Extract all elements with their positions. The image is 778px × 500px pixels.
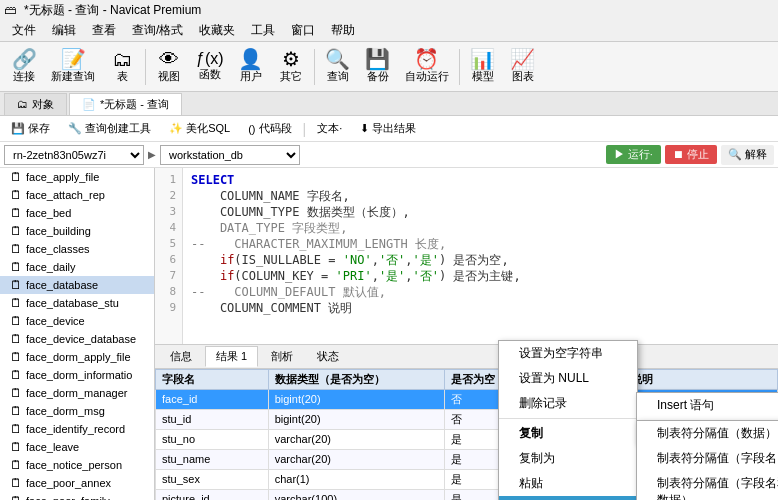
- cell-type: bigint(20): [268, 389, 445, 409]
- backup-button[interactable]: 💾 备份: [358, 45, 398, 89]
- sidebar-item-label: face_building: [26, 225, 91, 237]
- sidebar-item-face-notice-person[interactable]: 🗒 face_notice_person: [0, 456, 154, 474]
- sidebar-item-label: face_device_database: [26, 333, 136, 345]
- conn-arrow-icon: ▶: [148, 149, 156, 160]
- autorun-button[interactable]: ⏰ 自动运行: [398, 45, 456, 89]
- line-numbers: 1 2 3 4 5 6 7 8 9: [155, 168, 183, 344]
- sidebar-item-face-classes[interactable]: 🗒 face_classes: [0, 240, 154, 258]
- connect-button[interactable]: 🔗 连接: [4, 45, 44, 89]
- table-row-icon: 🗒: [10, 188, 22, 202]
- sidebar-item-face-poor-family[interactable]: 🗒 face_poor_family: [0, 492, 154, 500]
- sidebar-item-face-dorm-apply-file[interactable]: 🗒 face_dorm_apply_file: [0, 348, 154, 366]
- sidebar-item-face-bed[interactable]: 🗒 face_bed: [0, 204, 154, 222]
- sidebar-item-face-dorm-informatio[interactable]: 🗒 face_dorm_informatio: [0, 366, 154, 384]
- table-row-icon: 🗒: [10, 224, 22, 238]
- tab-status[interactable]: 状态: [306, 346, 350, 367]
- table-icon: 🗂: [112, 49, 132, 69]
- menu-help[interactable]: 帮助: [323, 20, 363, 41]
- query-builder-icon: 🔧: [68, 122, 82, 135]
- user-button[interactable]: 👤 用户: [231, 45, 271, 89]
- view-button[interactable]: 👁 视图: [149, 45, 189, 89]
- query-button[interactable]: 🔍 查询: [318, 45, 358, 89]
- new-query-button[interactable]: 📝 新建查询: [44, 45, 102, 89]
- menubar: 文件 编辑 查看 查询/格式 收藏夹 工具 窗口 帮助: [0, 20, 778, 42]
- new-query-icon: 📝: [61, 49, 86, 69]
- code-line-1: SELECT: [191, 172, 770, 188]
- col-type: 数据类型（是否为空）: [268, 369, 445, 389]
- cell-type: varchar(20): [268, 429, 445, 449]
- sidebar-item-face-device[interactable]: 🗒 face_device: [0, 312, 154, 330]
- tab-objects-icon: 🗂: [17, 98, 28, 110]
- tab-profile[interactable]: 剖析: [260, 346, 304, 367]
- tab-result1[interactable]: 结果 1: [205, 346, 258, 367]
- ctx-copy-as[interactable]: 复制为: [499, 446, 637, 471]
- sidebar-item-label: face_notice_person: [26, 459, 122, 471]
- sidebar-item-label: face_database_stu: [26, 297, 119, 309]
- table-button[interactable]: 🗂 表: [102, 45, 142, 89]
- autorun-icon: ⏰: [414, 49, 439, 69]
- sidebar-item-face-identify-record[interactable]: 🗒 face_identify_record: [0, 420, 154, 438]
- cell-type: char(1): [268, 469, 445, 489]
- other-button[interactable]: ⚙ 其它: [271, 45, 311, 89]
- sidebar-item-face-apply-file[interactable]: 🗒 face_apply_file: [0, 168, 154, 186]
- function-button[interactable]: ƒ(x) 函数: [189, 45, 231, 89]
- save-button[interactable]: 💾 保存: [4, 119, 57, 139]
- code-snippet-label: 代码段: [259, 121, 292, 136]
- sql-editor[interactable]: 1 2 3 4 5 6 7 8 9 SELECT COLUMN_NAME 字段名…: [155, 168, 778, 345]
- submenu-insert[interactable]: Insert 语句: [637, 393, 778, 418]
- sidebar-item-face-database-stu[interactable]: 🗒 face_database_stu: [0, 294, 154, 312]
- run-button[interactable]: ▶ 运行·: [606, 145, 661, 164]
- database-select[interactable]: workstation_db: [160, 145, 300, 165]
- table-row-icon: 🗒: [10, 350, 22, 364]
- sidebar-item-face-leave[interactable]: 🗒 face_leave: [0, 438, 154, 456]
- stop-button[interactable]: ⏹ 停止: [665, 145, 717, 164]
- tab-objects[interactable]: 🗂 对象: [4, 93, 67, 115]
- query-label: 查询: [327, 69, 349, 84]
- sidebar-item-face-dorm-msg[interactable]: 🗒 face_dorm_msg: [0, 402, 154, 420]
- submenu-tab-sep-both[interactable]: 制表符分隔值（字段名和数据）: [637, 471, 778, 500]
- text-button[interactable]: 文本·: [310, 119, 349, 139]
- submenu-tab-sep-data[interactable]: 制表符分隔值（数据）: [637, 421, 778, 446]
- menu-favorites[interactable]: 收藏夹: [191, 20, 243, 41]
- menu-file[interactable]: 文件: [4, 20, 44, 41]
- submenu-tab-sep-field[interactable]: 制表符分隔值（字段名）: [637, 446, 778, 471]
- text-label: 文本·: [317, 121, 342, 136]
- sidebar-item-face-device-database[interactable]: 🗒 face_device_database: [0, 330, 154, 348]
- sidebar-item-face-database[interactable]: 🗒 face_database: [0, 276, 154, 294]
- menu-query[interactable]: 查询/格式: [124, 20, 191, 41]
- ctx-set-null[interactable]: 设置为 NULL: [499, 366, 637, 391]
- sidebar-item-face-dorm-manager[interactable]: 🗒 face_dorm_manager: [0, 384, 154, 402]
- beautify-button[interactable]: ✨ 美化SQL: [162, 119, 237, 139]
- explain-button[interactable]: 🔍 解释: [721, 145, 774, 165]
- export-button[interactable]: ⬇ 导出结果: [353, 119, 423, 139]
- table-label: 表: [117, 69, 128, 84]
- code-line-3: COLUMN_TYPE 数据类型（长度）,: [191, 204, 770, 220]
- menu-edit[interactable]: 编辑: [44, 20, 84, 41]
- menu-view[interactable]: 查看: [84, 20, 124, 41]
- ctx-copy[interactable]: 复制: [499, 421, 637, 446]
- model-button[interactable]: 📊 模型: [463, 45, 503, 89]
- ctx-delete-record[interactable]: 删除记录: [499, 391, 637, 416]
- connection-select[interactable]: rn-2zetn83n05wz7i: [4, 145, 144, 165]
- cell-field: face_id: [156, 389, 269, 409]
- chart-label: 图表: [512, 69, 534, 84]
- sidebar-item-face-attach-rep[interactable]: 🗒 face_attach_rep: [0, 186, 154, 204]
- code-content[interactable]: SELECT COLUMN_NAME 字段名, COLUMN_TYPE 数据类型…: [183, 168, 778, 344]
- ctx-sep-1: [499, 418, 637, 419]
- ctx-show[interactable]: 显示 ▶: [499, 496, 637, 500]
- code-line-8: -- COLUMN_DEFAULT 默认值,: [191, 284, 770, 300]
- ctx-paste[interactable]: 粘贴: [499, 471, 637, 496]
- menu-window[interactable]: 窗口: [283, 20, 323, 41]
- ctx-set-empty-string[interactable]: 设置为空字符串: [499, 341, 637, 366]
- code-snippet-button[interactable]: () 代码段: [241, 119, 298, 139]
- sidebar-item-face-building[interactable]: 🗒 face_building: [0, 222, 154, 240]
- sidebar-item-face-poor-annex[interactable]: 🗒 face_poor_annex: [0, 474, 154, 492]
- sidebar-item-label: face_daily: [26, 261, 76, 273]
- tab-info[interactable]: 信息: [159, 346, 203, 367]
- tab-query[interactable]: 📄 *无标题 - 查询: [69, 93, 182, 115]
- title-bar: 🗃 *无标题 - 查询 - Navicat Premium: [0, 0, 778, 20]
- query-builder-button[interactable]: 🔧 查询创建工具: [61, 119, 158, 139]
- chart-button[interactable]: 📈 图表: [503, 45, 543, 89]
- sidebar-item-face-daily[interactable]: 🗒 face_daily: [0, 258, 154, 276]
- menu-tools[interactable]: 工具: [243, 20, 283, 41]
